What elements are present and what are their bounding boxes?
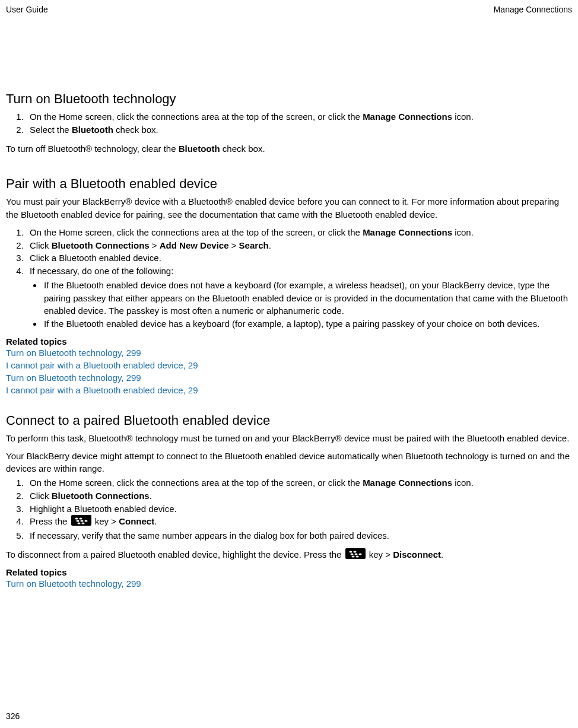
bullet-text: If the Bluetooth enabled device has a ke… [44,319,540,329]
section-title-turn-on-bluetooth: Turn on Bluetooth technology [6,91,572,107]
note-paragraph: To turn off Bluetooth® technology, clear… [6,142,572,155]
svg-point-12 [354,553,357,555]
page-number: 326 [6,711,20,721]
bold-text: Search [239,240,269,250]
section-title-connect-bluetooth: Connect to a paired Bluetooth enabled de… [6,413,572,428]
bold-text: Manage Connections [363,227,452,237]
intro-paragraph: You must pair your BlackBerry® device wi… [6,195,572,221]
text: key > [369,549,393,559]
sub-bullets: If the Bluetooth enabled device does not… [30,279,572,330]
step-text: Select the [30,125,72,135]
svg-point-4 [80,520,83,522]
bullet-text: If the Bluetooth enabled device does not… [44,280,568,316]
bold-text: Manage Connections [363,112,452,122]
step-text: icon. [452,112,474,122]
disconnect-paragraph: To disconnect from a paired Bluetooth en… [6,548,572,562]
related-topics-heading: Related topics [6,567,572,577]
step-item: If necessary, verify that the same numbe… [26,529,572,542]
bold-text: Bluetooth Connections [52,491,150,501]
related-link[interactable]: Turn on Bluetooth technology, 299 [6,371,572,384]
bold-text: Bluetooth Connections [52,240,150,250]
step-text: . [154,516,157,526]
related-link[interactable]: I cannot pair with a Bluetooth enabled d… [6,359,572,371]
steps-turn-on-bluetooth: On the Home screen, click the connection… [6,110,572,136]
blackberry-key-icon [71,515,91,529]
svg-point-5 [84,520,87,522]
step-text: . [269,240,271,250]
step-text: Click [30,240,52,250]
steps-connect-bluetooth: On the Home screen, click the connection… [6,476,572,542]
step-item: Click a Bluetooth enabled device. [26,252,572,265]
bullet-item: If the Bluetooth enabled device does not… [43,279,572,317]
note-text: check box. [220,144,265,154]
bullet-item: If the Bluetooth enabled device has a ke… [43,317,572,330]
intro-paragraph: Your BlackBerry device might attempt to … [6,450,572,476]
step-item: Select the Bluetooth check box. [26,123,572,136]
step-item: Click Bluetooth Connections. [26,489,572,503]
step-text: Press the [30,516,70,526]
bold-text: Connect [119,516,154,526]
step-text: icon. [452,227,474,237]
svg-point-13 [358,553,361,555]
bold-text: Bluetooth [72,125,113,135]
header-right: Manage Connections [494,5,572,14]
steps-pair-bluetooth: On the Home screen, click the connection… [6,226,572,330]
text: . [441,549,443,559]
step-text: On the Home screen, click the connection… [30,227,363,237]
bold-text: Manage Connections [363,478,452,488]
step-text: > [150,240,160,250]
document-page: User Guide Manage Connections Turn on Bl… [0,0,578,728]
step-item: Click Bluetooth Connections > Add New De… [26,239,572,252]
step-text: Click [30,491,52,501]
svg-point-15 [355,555,358,557]
intro-paragraph: To perform this task, Bluetooth® technol… [6,432,572,445]
step-item: On the Home screen, click the connection… [26,110,572,123]
step-text: > [229,240,239,250]
step-text: On the Home screen, click the connection… [30,112,363,122]
svg-point-7 [81,523,84,524]
step-item: On the Home screen, click the connection… [26,226,572,239]
page-header: User Guide Manage Connections [6,5,572,14]
svg-point-2 [79,518,82,520]
step-item: Highlight a Bluetooth enabled device. [26,503,572,516]
step-text: If necessary, verify that the same numbe… [30,530,389,541]
related-link[interactable]: Turn on Bluetooth technology, 299 [6,346,572,359]
bold-text: Bluetooth [179,144,220,154]
svg-point-9 [349,551,352,552]
blackberry-key-icon [345,548,366,562]
svg-point-3 [76,520,79,522]
related-link[interactable]: Turn on Bluetooth technology, 299 [6,577,572,590]
step-text: icon. [452,478,474,488]
step-text: On the Home screen, click the connection… [30,478,363,488]
step-item: Press the key > Connect. [26,515,572,529]
step-item: If necessary, do one of the following: I… [26,265,572,330]
step-text: check box. [113,125,158,135]
bold-text: Add New Device [160,240,229,250]
svg-point-6 [77,523,80,524]
step-item: On the Home screen, click the connection… [26,476,572,489]
step-text: Click a Bluetooth enabled device. [30,253,161,263]
related-topics-heading: Related topics [6,336,572,346]
related-link[interactable]: I cannot pair with a Bluetooth enabled d… [6,384,572,396]
section-title-pair-bluetooth: Pair with a Bluetooth enabled device [6,176,572,192]
step-text: Highlight a Bluetooth enabled device. [30,504,177,514]
text: To disconnect from a paired Bluetooth en… [6,549,344,559]
step-text: . [150,491,152,501]
note-text: To turn off Bluetooth® technology, clear… [6,144,179,154]
header-left: User Guide [6,5,48,14]
svg-point-11 [350,553,353,555]
svg-point-1 [75,518,78,520]
svg-point-10 [353,551,356,552]
bold-text: Disconnect [393,549,441,559]
step-text: key > [95,516,119,526]
step-text: If necessary, do one of the following: [30,266,173,276]
svg-point-14 [351,555,354,557]
